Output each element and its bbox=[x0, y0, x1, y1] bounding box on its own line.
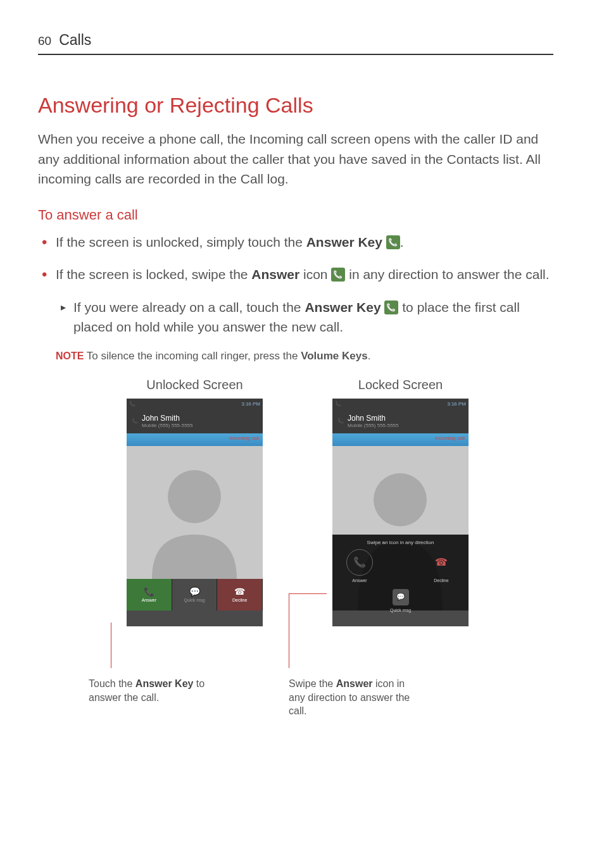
bullet-1: If the screen is unlocked, simply touch … bbox=[38, 232, 553, 252]
page-title: Answering or Rejecting Calls bbox=[38, 93, 553, 118]
b2-bold: Answer bbox=[251, 267, 299, 282]
locked-overlay: Swipe an icon in any direction 📞 Answer … bbox=[332, 535, 469, 611]
intro-paragraph: When you receive a phone call, the Incom… bbox=[38, 129, 553, 189]
sub-pre: If you were already on a call, touch the bbox=[73, 300, 305, 314]
subheading: To answer a call bbox=[38, 207, 553, 223]
section-title: Calls bbox=[59, 32, 553, 49]
avatar-placeholder bbox=[127, 446, 263, 579]
status-bar: 📞 3:16 PM bbox=[127, 399, 263, 410]
cap-u-bold: Answer Key bbox=[135, 678, 194, 689]
note-pre: To silence the incoming call ringer, pre… bbox=[84, 350, 301, 362]
message-icon-locked: 💬 bbox=[396, 593, 405, 601]
answer-key-icon bbox=[386, 235, 400, 249]
caller-phone-icon: 📞 bbox=[337, 418, 344, 424]
cap-l-pre: Swipe the bbox=[289, 678, 336, 689]
status-bar-locked: 📞 3:16 PM bbox=[332, 399, 469, 410]
answer-label: Answer bbox=[142, 598, 156, 602]
swipe-hint: Swipe an icon in any direction bbox=[339, 540, 462, 545]
phone-icon: 📞 bbox=[129, 401, 135, 407]
button-row: 📞 Answer 💬 Quick msg ☎ Decline bbox=[127, 579, 263, 611]
note-bold: Volume Keys bbox=[301, 350, 368, 362]
page-number: 60 bbox=[38, 34, 51, 48]
locked-answer-label: Answer bbox=[346, 578, 373, 583]
unlocked-label: Unlocked Screen bbox=[146, 378, 242, 392]
caller-number: Mobile (555) 555-5555 bbox=[142, 423, 193, 428]
decline-button[interactable]: ☎ Decline bbox=[217, 579, 263, 611]
caller-phone-icon: 📞 bbox=[132, 418, 138, 424]
message-icon: 💬 bbox=[189, 586, 200, 597]
bullet-2: If the screen is locked, swipe the Answe… bbox=[38, 264, 553, 285]
unlocked-column: Unlocked Screen 📞 3:16 PM 📞 John Smith M… bbox=[127, 378, 263, 626]
svg-point-0 bbox=[168, 470, 221, 523]
callout-line-locked-v bbox=[289, 593, 289, 668]
callout-line-locked-h bbox=[289, 593, 327, 594]
answer-button[interactable]: 📞 Answer bbox=[127, 579, 172, 611]
answer-swipe-icon bbox=[331, 268, 345, 282]
avatar-icon bbox=[127, 446, 263, 579]
answer-phone-icon-locked: 📞 bbox=[353, 556, 366, 568]
caption-unlocked: Touch the Answer Key to answer the call. bbox=[89, 677, 215, 704]
answer-phone-icon: 📞 bbox=[144, 586, 154, 597]
avatar-placeholder-locked: Swipe an icon in any direction 📞 Answer … bbox=[332, 446, 469, 611]
unlocked-screenshot: 📞 3:16 PM 📞 John Smith Mobile (555) 555-… bbox=[127, 399, 263, 626]
b1-post: . bbox=[400, 235, 404, 249]
locked-quickmsg-label: Quick msg bbox=[339, 608, 462, 612]
status-time-locked: 3:16 PM bbox=[447, 401, 466, 407]
locked-quickmsg[interactable]: 💬 bbox=[393, 589, 409, 605]
locked-decline-label: Decline bbox=[428, 578, 455, 583]
decline-label: Decline bbox=[232, 598, 247, 602]
callout-line-unlocked bbox=[111, 623, 111, 668]
caller-name: John Smith bbox=[142, 414, 193, 423]
b2-pre: If the screen is locked, swipe the bbox=[56, 267, 251, 282]
note-label: NOTE bbox=[56, 350, 84, 361]
note: NOTE To silence the incoming call ringer… bbox=[38, 350, 553, 363]
header-rule bbox=[38, 54, 553, 55]
b2-post: in any direction to answer the call. bbox=[345, 267, 549, 282]
b1-pre: If the screen is unlocked, simply touch … bbox=[56, 235, 306, 249]
incoming-bar-locked: Incoming call bbox=[332, 433, 469, 446]
svg-point-1 bbox=[374, 473, 427, 526]
caller-number-locked: Mobile (555) 555-5555 bbox=[348, 423, 399, 428]
b2-mid: icon bbox=[299, 267, 331, 282]
cap-u-pre: Touch the bbox=[89, 678, 135, 689]
b1-bold: Answer Key bbox=[306, 235, 382, 249]
sub-bullet: If you were already on a call, touch the… bbox=[38, 297, 553, 337]
quickmsg-button[interactable]: 💬 Quick msg bbox=[172, 579, 218, 611]
phone-icon: 📞 bbox=[335, 401, 341, 407]
quickmsg-label: Quick msg bbox=[184, 598, 204, 602]
answer-key-icon-2 bbox=[384, 301, 398, 314]
caller-bar: 📞 John Smith Mobile (555) 555-5555 bbox=[127, 410, 263, 433]
locked-decline-circle[interactable]: ☎ bbox=[428, 549, 455, 576]
cap-l-bold: Answer bbox=[336, 678, 373, 689]
caption-locked: Swipe the Answer icon in any direction t… bbox=[289, 677, 415, 718]
locked-answer-circle[interactable]: 📞 bbox=[346, 549, 373, 576]
caller-name-locked: John Smith bbox=[348, 414, 399, 423]
caller-bar-locked: 📞 John Smith Mobile (555) 555-5555 bbox=[332, 410, 469, 433]
decline-phone-icon: ☎ bbox=[234, 586, 245, 597]
status-time: 3:16 PM bbox=[241, 401, 260, 407]
decline-phone-icon-locked: ☎ bbox=[435, 556, 448, 568]
locked-label: Locked Screen bbox=[358, 378, 443, 392]
locked-screenshot: 📞 3:16 PM 📞 John Smith Mobile (555) 555-… bbox=[332, 399, 469, 626]
incoming-bar: Incoming call bbox=[127, 433, 263, 446]
note-post: . bbox=[368, 350, 371, 362]
locked-column: Locked Screen 📞 3:16 PM 📞 John Smith Mob… bbox=[332, 378, 469, 626]
sub-bold: Answer Key bbox=[305, 300, 381, 314]
